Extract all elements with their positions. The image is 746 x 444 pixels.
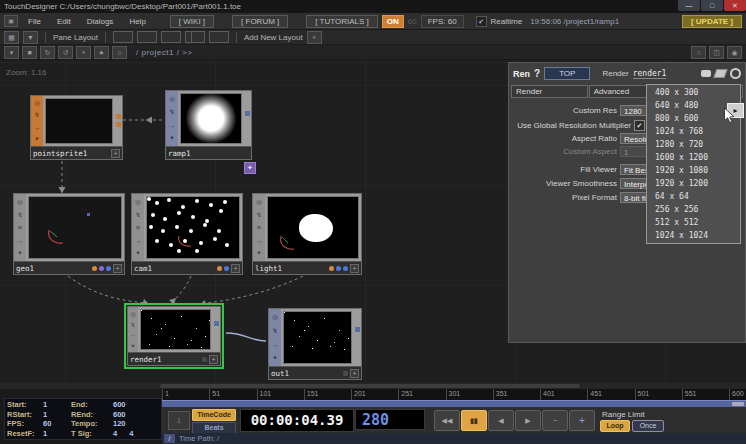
node-flag-column[interactable]: ◎ ↯ ✕ → ✦ <box>253 194 265 261</box>
hand-icon[interactable]: ✦ <box>256 249 261 257</box>
node-flag-column[interactable]: ◎ ↯ → ✦ <box>31 96 43 146</box>
home-icon[interactable]: ⌂ <box>112 46 127 59</box>
update-button[interactable]: [ UPDATE ] <box>682 15 742 28</box>
node-label-bar[interactable]: ramp1 <box>166 146 251 159</box>
add-layout-button[interactable]: + <box>307 31 322 44</box>
menu-item[interactable]: 64 x 64 <box>647 190 740 203</box>
x-icon[interactable]: ✕ <box>17 224 22 232</box>
jump-to-start-button[interactable]: ◀◀ <box>434 410 460 431</box>
language-icon[interactable] <box>713 69 727 78</box>
expand-flag[interactable]: + <box>111 149 120 158</box>
play-reverse-button[interactable]: ◀ <box>488 410 514 431</box>
node-flag-column[interactable]: ◎ ↯ → ✦ <box>128 307 138 352</box>
node-ramp1[interactable]: ◎ ↯ → ✦ ramp1 <box>165 90 252 160</box>
node-light1[interactable]: ◎ ↯ ✕ → ✦ light1 <box>252 193 362 275</box>
node-label-bar[interactable]: render1 + <box>128 352 220 365</box>
arrow-icon[interactable]: → <box>256 237 263 244</box>
timecode-mode-button[interactable]: TimeCode <box>192 409 236 421</box>
render-flag[interactable] <box>217 266 222 271</box>
lightning-icon[interactable]: ↯ <box>130 321 135 328</box>
global-mult-checkbox[interactable]: ✔ <box>634 120 645 131</box>
menu-item[interactable]: 512 x 512 <box>647 216 740 229</box>
menu-edit[interactable]: Edit <box>51 17 77 26</box>
node-label-bar[interactable]: out1 + <box>269 366 361 379</box>
menu-item[interactable]: 1280 x 720 <box>647 138 740 151</box>
node-viewer[interactable] <box>180 93 242 144</box>
add-icon[interactable]: + <box>76 46 91 59</box>
expand-flag[interactable]: + <box>209 355 218 364</box>
node-viewer[interactable] <box>146 196 240 259</box>
save-layout-icon[interactable]: ▼ <box>23 31 38 44</box>
render-flag[interactable] <box>92 266 97 271</box>
output-connector[interactable] <box>116 122 121 127</box>
hand-icon[interactable]: ✦ <box>169 134 174 142</box>
node-label-bar[interactable]: pointsprite1 + <box>31 146 122 159</box>
help-button[interactable]: ? <box>534 68 540 79</box>
node-output-strip[interactable] <box>115 96 122 146</box>
expand-flag[interactable]: + <box>350 369 359 378</box>
display-flag[interactable] <box>343 371 348 376</box>
node-out1[interactable]: ◎ ↯ → ✦ out1 + <box>268 308 362 380</box>
op-type-button[interactable]: TOP <box>544 67 590 80</box>
comment-icon[interactable] <box>701 70 711 77</box>
menu-item[interactable]: 256 x 256 <box>647 203 740 216</box>
grid-icon[interactable]: ▦ <box>4 31 19 44</box>
lightning-icon[interactable]: ↯ <box>256 211 261 219</box>
output-connector[interactable] <box>116 114 121 119</box>
power-toggle[interactable]: ON <box>382 15 404 28</box>
node-output-strip[interactable] <box>354 309 361 366</box>
minimize-button[interactable]: — <box>678 0 700 11</box>
wiki-button[interactable]: [ WIKI ] <box>170 15 214 28</box>
x-icon[interactable]: ✕ <box>135 224 140 232</box>
end-value[interactable]: 600 <box>113 400 157 410</box>
resetf-value[interactable]: 1 <box>43 429 71 439</box>
tab-render[interactable]: Render <box>511 85 588 98</box>
menu-item[interactable]: 1024 x 768 <box>647 125 740 138</box>
tsig-numerator[interactable]: 4 <box>113 429 117 438</box>
gear-icon[interactable]: ◎ <box>130 310 135 317</box>
node-output-strip[interactable] <box>213 307 220 352</box>
first-frame-field[interactable]: 1 <box>168 411 190 430</box>
output-connector[interactable] <box>355 327 360 332</box>
once-button[interactable]: Once <box>632 420 664 432</box>
menu-item[interactable]: 1024 x 1024 <box>647 229 740 242</box>
menu-file[interactable]: File <box>22 17 47 26</box>
gear-icon[interactable]: ◎ <box>135 198 141 206</box>
fps-value[interactable]: 60 <box>43 419 71 429</box>
node-viewer[interactable] <box>140 309 211 350</box>
forward-history-icon[interactable]: ↻ <box>40 46 55 59</box>
menu-item[interactable]: 400 x 300 <box>647 86 740 99</box>
rend-value[interactable]: 600 <box>113 410 157 420</box>
pickable-flag[interactable] <box>224 266 229 271</box>
arrow-icon[interactable]: → <box>34 124 41 131</box>
display-flag[interactable] <box>336 266 341 271</box>
output-connector[interactable] <box>214 321 219 326</box>
pane-dropdown-icon[interactable]: ▾ <box>4 46 19 59</box>
node-label-bar[interactable]: cam1 + <box>132 261 242 274</box>
split-pane-icon[interactable]: ◫ <box>709 46 724 59</box>
tsig-value[interactable]: 44 <box>113 429 157 439</box>
node-viewer[interactable] <box>283 311 352 364</box>
node-viewer[interactable] <box>267 196 359 259</box>
arrow-icon[interactable]: → <box>135 237 142 244</box>
node-flag-column[interactable]: ◎ ↯ → ✦ <box>269 309 281 366</box>
pickable-flag[interactable] <box>343 266 348 271</box>
start-value[interactable]: 1 <box>43 400 71 410</box>
arrow-icon[interactable]: → <box>17 237 24 244</box>
gear-icon[interactable]: ◎ <box>169 95 175 103</box>
forum-button[interactable]: [ FORUM ] <box>232 15 288 28</box>
menu-item[interactable]: 1600 x 1200 <box>647 151 740 164</box>
layout-preset-hsplit[interactable] <box>161 31 181 43</box>
palette-icon[interactable]: ✦ <box>244 162 256 174</box>
hand-icon[interactable]: ✦ <box>34 135 39 143</box>
hand-icon[interactable]: ✦ <box>135 249 140 257</box>
hand-icon[interactable]: ✦ <box>17 249 22 257</box>
node-render1[interactable]: ◎ ↯ → ✦ render1 + <box>127 306 221 366</box>
range-slider-handle[interactable] <box>732 402 744 406</box>
viewer-circle-icon[interactable]: ○ <box>691 46 706 59</box>
step-back-button[interactable]: − <box>542 410 568 431</box>
pickable-flag[interactable] <box>106 266 111 271</box>
gear-icon[interactable]: ◎ <box>34 99 40 107</box>
expand-flag[interactable]: + <box>113 264 122 273</box>
step-forward-button[interactable]: + <box>569 410 595 431</box>
